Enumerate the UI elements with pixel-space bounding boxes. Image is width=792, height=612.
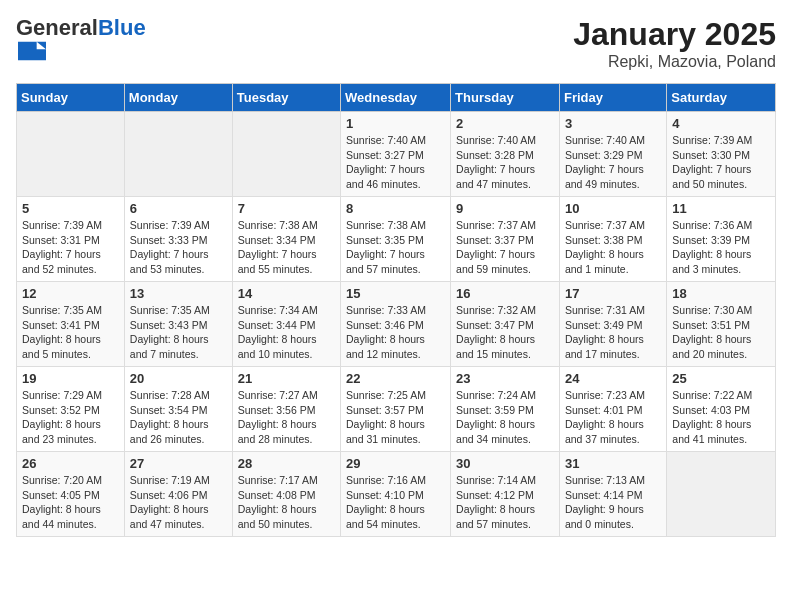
day-cell: 9Sunrise: 7:37 AMSunset: 3:37 PMDaylight… (451, 197, 560, 282)
header-saturday: Saturday (667, 84, 776, 112)
day-number: 25 (672, 371, 770, 386)
day-cell (667, 452, 776, 537)
day-number: 22 (346, 371, 445, 386)
day-number: 3 (565, 116, 661, 131)
day-cell: 18Sunrise: 7:30 AMSunset: 3:51 PMDayligh… (667, 282, 776, 367)
calendar-body: 1Sunrise: 7:40 AMSunset: 3:27 PMDaylight… (17, 112, 776, 537)
day-number: 11 (672, 201, 770, 216)
day-info: Sunrise: 7:24 AMSunset: 3:59 PMDaylight:… (456, 388, 554, 447)
day-info: Sunrise: 7:34 AMSunset: 3:44 PMDaylight:… (238, 303, 335, 362)
day-number: 9 (456, 201, 554, 216)
day-number: 28 (238, 456, 335, 471)
day-cell: 24Sunrise: 7:23 AMSunset: 4:01 PMDayligh… (559, 367, 666, 452)
day-info: Sunrise: 7:19 AMSunset: 4:06 PMDaylight:… (130, 473, 227, 532)
day-cell: 22Sunrise: 7:25 AMSunset: 3:57 PMDayligh… (341, 367, 451, 452)
day-cell: 12Sunrise: 7:35 AMSunset: 3:41 PMDayligh… (17, 282, 125, 367)
day-number: 29 (346, 456, 445, 471)
day-number: 1 (346, 116, 445, 131)
day-info: Sunrise: 7:36 AMSunset: 3:39 PMDaylight:… (672, 218, 770, 277)
day-number: 5 (22, 201, 119, 216)
header-thursday: Thursday (451, 84, 560, 112)
day-info: Sunrise: 7:32 AMSunset: 3:47 PMDaylight:… (456, 303, 554, 362)
page-header: GeneralBlue January 2025 Repki, Mazovia,… (16, 16, 776, 71)
day-cell: 25Sunrise: 7:22 AMSunset: 4:03 PMDayligh… (667, 367, 776, 452)
day-info: Sunrise: 7:39 AMSunset: 3:31 PMDaylight:… (22, 218, 119, 277)
day-number: 20 (130, 371, 227, 386)
day-cell: 28Sunrise: 7:17 AMSunset: 4:08 PMDayligh… (232, 452, 340, 537)
day-cell: 27Sunrise: 7:19 AMSunset: 4:06 PMDayligh… (124, 452, 232, 537)
calendar-subtitle: Repki, Mazovia, Poland (573, 53, 776, 71)
day-number: 10 (565, 201, 661, 216)
day-number: 18 (672, 286, 770, 301)
day-info: Sunrise: 7:39 AMSunset: 3:30 PMDaylight:… (672, 133, 770, 192)
day-info: Sunrise: 7:14 AMSunset: 4:12 PMDaylight:… (456, 473, 554, 532)
day-info: Sunrise: 7:28 AMSunset: 3:54 PMDaylight:… (130, 388, 227, 447)
day-cell: 2Sunrise: 7:40 AMSunset: 3:28 PMDaylight… (451, 112, 560, 197)
day-cell: 29Sunrise: 7:16 AMSunset: 4:10 PMDayligh… (341, 452, 451, 537)
day-info: Sunrise: 7:16 AMSunset: 4:10 PMDaylight:… (346, 473, 445, 532)
day-info: Sunrise: 7:22 AMSunset: 4:03 PMDaylight:… (672, 388, 770, 447)
day-cell: 13Sunrise: 7:35 AMSunset: 3:43 PMDayligh… (124, 282, 232, 367)
day-info: Sunrise: 7:40 AMSunset: 3:29 PMDaylight:… (565, 133, 661, 192)
logo-general-text: General (16, 15, 98, 40)
day-cell: 4Sunrise: 7:39 AMSunset: 3:30 PMDaylight… (667, 112, 776, 197)
header-tuesday: Tuesday (232, 84, 340, 112)
day-number: 27 (130, 456, 227, 471)
day-cell: 16Sunrise: 7:32 AMSunset: 3:47 PMDayligh… (451, 282, 560, 367)
logo: GeneralBlue (16, 16, 146, 66)
day-info: Sunrise: 7:33 AMSunset: 3:46 PMDaylight:… (346, 303, 445, 362)
day-cell: 31Sunrise: 7:13 AMSunset: 4:14 PMDayligh… (559, 452, 666, 537)
day-info: Sunrise: 7:30 AMSunset: 3:51 PMDaylight:… (672, 303, 770, 362)
day-info: Sunrise: 7:40 AMSunset: 3:28 PMDaylight:… (456, 133, 554, 192)
day-number: 19 (22, 371, 119, 386)
day-number: 30 (456, 456, 554, 471)
day-info: Sunrise: 7:20 AMSunset: 4:05 PMDaylight:… (22, 473, 119, 532)
title-block: January 2025 Repki, Mazovia, Poland (573, 16, 776, 71)
week-row-1: 1Sunrise: 7:40 AMSunset: 3:27 PMDaylight… (17, 112, 776, 197)
day-cell: 6Sunrise: 7:39 AMSunset: 3:33 PMDaylight… (124, 197, 232, 282)
day-info: Sunrise: 7:38 AMSunset: 3:35 PMDaylight:… (346, 218, 445, 277)
calendar-table: Sunday Monday Tuesday Wednesday Thursday… (16, 83, 776, 537)
week-row-2: 5Sunrise: 7:39 AMSunset: 3:31 PMDaylight… (17, 197, 776, 282)
day-cell: 14Sunrise: 7:34 AMSunset: 3:44 PMDayligh… (232, 282, 340, 367)
day-cell: 10Sunrise: 7:37 AMSunset: 3:38 PMDayligh… (559, 197, 666, 282)
calendar-title: January 2025 (573, 16, 776, 53)
calendar-header: Sunday Monday Tuesday Wednesday Thursday… (17, 84, 776, 112)
day-info: Sunrise: 7:27 AMSunset: 3:56 PMDaylight:… (238, 388, 335, 447)
day-cell: 7Sunrise: 7:38 AMSunset: 3:34 PMDaylight… (232, 197, 340, 282)
day-cell: 1Sunrise: 7:40 AMSunset: 3:27 PMDaylight… (341, 112, 451, 197)
day-number: 4 (672, 116, 770, 131)
day-number: 31 (565, 456, 661, 471)
day-info: Sunrise: 7:38 AMSunset: 3:34 PMDaylight:… (238, 218, 335, 277)
day-number: 14 (238, 286, 335, 301)
day-info: Sunrise: 7:39 AMSunset: 3:33 PMDaylight:… (130, 218, 227, 277)
week-row-5: 26Sunrise: 7:20 AMSunset: 4:05 PMDayligh… (17, 452, 776, 537)
day-info: Sunrise: 7:31 AMSunset: 3:49 PMDaylight:… (565, 303, 661, 362)
day-number: 26 (22, 456, 119, 471)
day-cell (124, 112, 232, 197)
day-number: 21 (238, 371, 335, 386)
day-cell: 21Sunrise: 7:27 AMSunset: 3:56 PMDayligh… (232, 367, 340, 452)
day-cell: 20Sunrise: 7:28 AMSunset: 3:54 PMDayligh… (124, 367, 232, 452)
day-info: Sunrise: 7:35 AMSunset: 3:41 PMDaylight:… (22, 303, 119, 362)
header-row: Sunday Monday Tuesday Wednesday Thursday… (17, 84, 776, 112)
day-info: Sunrise: 7:37 AMSunset: 3:37 PMDaylight:… (456, 218, 554, 277)
day-number: 16 (456, 286, 554, 301)
day-number: 7 (238, 201, 335, 216)
day-info: Sunrise: 7:35 AMSunset: 3:43 PMDaylight:… (130, 303, 227, 362)
day-cell: 3Sunrise: 7:40 AMSunset: 3:29 PMDaylight… (559, 112, 666, 197)
day-number: 6 (130, 201, 227, 216)
day-cell: 19Sunrise: 7:29 AMSunset: 3:52 PMDayligh… (17, 367, 125, 452)
svg-marker-1 (37, 42, 46, 49)
week-row-3: 12Sunrise: 7:35 AMSunset: 3:41 PMDayligh… (17, 282, 776, 367)
day-info: Sunrise: 7:13 AMSunset: 4:14 PMDaylight:… (565, 473, 661, 532)
day-cell (17, 112, 125, 197)
day-info: Sunrise: 7:29 AMSunset: 3:52 PMDaylight:… (22, 388, 119, 447)
day-cell (232, 112, 340, 197)
day-number: 24 (565, 371, 661, 386)
day-info: Sunrise: 7:37 AMSunset: 3:38 PMDaylight:… (565, 218, 661, 277)
day-number: 15 (346, 286, 445, 301)
header-sunday: Sunday (17, 84, 125, 112)
day-cell: 23Sunrise: 7:24 AMSunset: 3:59 PMDayligh… (451, 367, 560, 452)
logo-blue-text: Blue (98, 15, 146, 40)
